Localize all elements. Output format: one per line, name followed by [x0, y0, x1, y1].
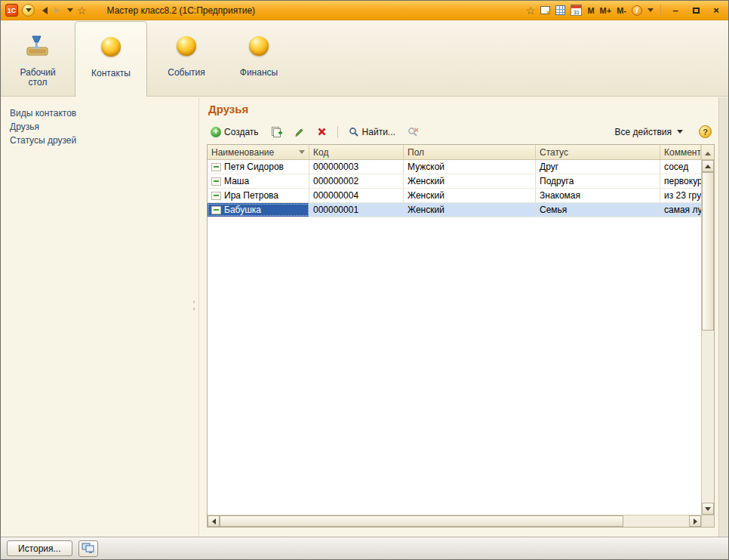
cell-code[interactable]: 000000003 — [309, 160, 404, 174]
vertical-scroll-track[interactable] — [702, 172, 714, 503]
cell-gender[interactable]: Женский — [404, 174, 536, 188]
chevron-down-icon — [677, 130, 683, 137]
tab-label: Контакты — [91, 69, 131, 78]
cell-text: сосед — [664, 162, 688, 172]
horizontal-scrollbar[interactable] — [208, 515, 701, 527]
cell-text: Друг — [540, 162, 558, 172]
column-header-gender[interactable]: Пол — [404, 145, 536, 159]
cancel-search-button[interactable] — [404, 125, 423, 140]
scroll-down-button[interactable] — [702, 503, 714, 515]
table-row[interactable]: Петя Сидоров 000000003 Мужской Друг сосе… — [208, 160, 701, 174]
calculator-button[interactable] — [555, 5, 565, 15]
window-title: Мастер класс8.2 (1С:Предприятие) — [107, 5, 256, 16]
row-marker-icon — [211, 163, 221, 171]
app-logo-icon[interactable]: 1С — [5, 4, 18, 17]
memory-m-minus-button[interactable]: М- — [617, 6, 626, 15]
calendar-button[interactable]: 31 — [571, 5, 582, 16]
column-header-comment[interactable]: Коммента... — [660, 145, 701, 159]
add-favorite-button[interactable]: ☆ — [526, 5, 536, 16]
cell-code[interactable]: 000000001 — [309, 203, 404, 217]
horizontal-scroll-thumb[interactable] — [220, 515, 623, 527]
close-button[interactable]: × — [709, 4, 724, 17]
cell-gender[interactable]: Женский — [404, 203, 536, 217]
table-row[interactable]: Ира Петрова 000000004 Женский Знакомая и… — [208, 189, 701, 203]
info-button[interactable]: i — [632, 5, 642, 16]
cell-comment[interactable]: первокурс — [660, 174, 701, 188]
help-button[interactable]: ? — [699, 125, 712, 138]
cell-name[interactable]: Маша — [208, 174, 309, 188]
cell-status[interactable]: Знакомая — [536, 189, 660, 202]
create-button-label: Создать — [224, 127, 259, 137]
memory-m-plus-button[interactable]: М+ — [600, 6, 612, 15]
sidebar-item-friend-statuses[interactable]: Статусы друзей — [10, 134, 195, 147]
cell-status[interactable]: Подруга — [536, 174, 660, 188]
arrow-down-icon — [705, 507, 711, 514]
vertical-scroll-thumb[interactable] — [702, 172, 714, 331]
show-sessions-button[interactable] — [78, 540, 98, 557]
open-link-button[interactable] — [540, 6, 550, 14]
minimize-button[interactable]: – — [668, 4, 683, 17]
cell-comment[interactable]: сосед — [660, 160, 701, 174]
monitors-icon — [82, 543, 95, 554]
table-row-selected[interactable]: Бабушка 000000001 Женский Семья самая лу… — [208, 203, 701, 217]
all-actions-button[interactable]: Все действия — [611, 125, 687, 140]
cell-name[interactable]: Ира Петрова — [208, 189, 309, 202]
filter-icon[interactable] — [299, 150, 305, 157]
copy-icon — [271, 126, 282, 137]
navigation-sidebar: Виды контактов Друзья Статусы друзей — [1, 97, 195, 537]
cell-name[interactable]: Бабушка — [208, 203, 309, 217]
cell-text: Ира Петрова — [224, 190, 278, 201]
tab-finance[interactable]: Финансы — [229, 21, 289, 96]
sidebar-item-contact-kinds[interactable]: Виды контактов — [10, 106, 195, 120]
create-button[interactable]: + Создать — [207, 125, 263, 140]
back-button[interactable] — [38, 7, 48, 14]
edit-button[interactable] — [291, 125, 309, 140]
column-header-label: Пол — [408, 147, 424, 158]
horizontal-scroll-track[interactable] — [220, 515, 689, 527]
cell-name[interactable]: Петя Сидоров — [208, 160, 309, 174]
memory-m-button[interactable]: М — [587, 6, 594, 15]
tab-contacts[interactable]: Контакты — [75, 21, 147, 97]
tab-events[interactable]: События — [159, 21, 214, 96]
scroll-up-button[interactable] — [702, 160, 714, 172]
delete-button[interactable] — [313, 125, 331, 139]
copy-button[interactable] — [267, 124, 286, 140]
form-scroll-gutter[interactable] — [718, 97, 728, 537]
find-button[interactable]: Найти... — [345, 125, 399, 140]
titlebar: 1С ☆ Мастер класс8.2 (1С:Предприятие) ☆ … — [1, 1, 728, 20]
friends-table: Наименование Код Пол Статус Коммента... … — [208, 145, 701, 515]
history-button[interactable]: История... — [7, 540, 72, 556]
scrollbar-corner — [701, 515, 714, 527]
cell-comment[interactable]: из 23 груп — [660, 189, 701, 202]
cell-status[interactable]: Друг — [536, 160, 660, 174]
forward-button[interactable] — [54, 7, 63, 14]
scroll-right-button[interactable] — [689, 515, 701, 527]
delete-x-icon — [317, 127, 327, 137]
scroll-left-button[interactable] — [208, 515, 220, 527]
cell-code[interactable]: 000000002 — [309, 174, 404, 188]
cell-gender[interactable]: Женский — [404, 189, 536, 202]
maximize-button[interactable] — [688, 4, 703, 17]
column-header-name[interactable]: Наименование — [208, 145, 309, 159]
cell-status[interactable]: Семья — [536, 203, 660, 217]
cell-gender[interactable]: Мужской — [404, 160, 536, 174]
cell-comment[interactable]: самая луч — [660, 203, 701, 217]
favorites-star-icon[interactable]: ☆ — [77, 5, 87, 16]
cell-code[interactable]: 000000004 — [309, 189, 404, 202]
column-header-label: Наименование — [211, 147, 274, 158]
column-header-code[interactable]: Код — [309, 145, 404, 159]
nav-history-dropdown[interactable] — [67, 8, 73, 15]
column-header-status[interactable]: Статус — [536, 145, 660, 159]
tab-desktop[interactable]: Рабочий стол — [11, 21, 64, 96]
finance-sphere-icon — [249, 30, 269, 62]
cell-text: из 23 груп — [664, 190, 701, 201]
arrow-left-icon — [209, 518, 216, 525]
cell-text: самая луч — [664, 205, 701, 215]
vertical-scrollbar[interactable] — [701, 160, 714, 515]
table-row[interactable]: Маша 000000002 Женский Подруга первокурс — [208, 174, 701, 189]
main-menu-button[interactable] — [22, 4, 35, 17]
info-dropdown-icon[interactable] — [647, 8, 654, 15]
column-header-label: Код — [313, 147, 328, 158]
sidebar-splitter[interactable]: ‹› — [192, 299, 196, 320]
sidebar-item-friends[interactable]: Друзья — [10, 120, 195, 134]
